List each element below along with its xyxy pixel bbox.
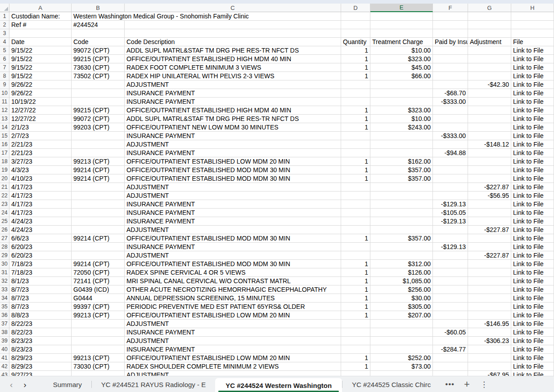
cell-E1[interactable] bbox=[370, 12, 433, 21]
cell-E11[interactable] bbox=[370, 98, 433, 106]
cell-C37[interactable]: ADJUSTMENT bbox=[125, 320, 341, 328]
cell-B16[interactable] bbox=[72, 140, 125, 149]
cell-D17[interactable] bbox=[341, 149, 370, 157]
cell-F23[interactable]: -$129.13 bbox=[433, 200, 468, 209]
cell-E15[interactable] bbox=[370, 132, 433, 140]
cell-A32[interactable]: 8/1/23 bbox=[9, 277, 72, 285]
cell-C9[interactable]: ADJUSTMENT bbox=[125, 80, 341, 89]
cell-C12[interactable]: OFFICE/OUTPATIENT ESTABLISHED HIGH MDM 4… bbox=[125, 106, 341, 115]
cell-D35[interactable]: 1 bbox=[341, 303, 370, 311]
cell-C6[interactable]: OFFICE/OUTPATIENT ESTABLISHED HIGH MDM 4… bbox=[125, 55, 341, 63]
cell-H1[interactable] bbox=[511, 12, 554, 21]
cell-F16[interactable] bbox=[433, 140, 468, 149]
sheet-nav-prev-icon[interactable]: ‹ bbox=[10, 380, 13, 389]
column-header-F[interactable]: F bbox=[433, 4, 468, 12]
cell-D15[interactable] bbox=[341, 132, 370, 140]
row-header-17[interactable]: 17 bbox=[0, 149, 9, 157]
cell-A24[interactable]: 4/17/23 bbox=[9, 209, 72, 217]
cell-F24[interactable]: -$105.05 bbox=[433, 209, 468, 217]
cell-G42[interactable] bbox=[468, 362, 511, 371]
cell-H42[interactable]: Link to File bbox=[511, 362, 554, 371]
cell-C36[interactable]: OFFICE/OUTPATIENT ESTABLISHED LOW MDM 20… bbox=[125, 311, 341, 320]
row-header-22[interactable]: 22 bbox=[0, 192, 9, 200]
cell-D10[interactable] bbox=[341, 89, 370, 98]
cell-A20[interactable]: 4/10/23 bbox=[9, 174, 72, 183]
tab-summary[interactable]: Summary bbox=[44, 376, 91, 392]
cell-G8[interactable] bbox=[468, 72, 511, 80]
cell-H40[interactable]: Link to File bbox=[511, 345, 554, 354]
cell-F7[interactable] bbox=[433, 63, 468, 72]
cell-H6[interactable]: Link to File bbox=[511, 55, 554, 63]
cell-E23[interactable] bbox=[370, 200, 433, 209]
column-header-E[interactable]: E bbox=[370, 4, 433, 12]
cell-G37[interactable]: -$146.95 bbox=[468, 320, 511, 328]
cell-G20[interactable] bbox=[468, 174, 511, 183]
cell-H2[interactable] bbox=[511, 21, 554, 29]
cell-G3[interactable] bbox=[468, 29, 511, 38]
cell-G16[interactable]: -$148.12 bbox=[468, 140, 511, 149]
row-header-18[interactable]: 18 bbox=[0, 157, 9, 166]
row-header-29[interactable]: 29 bbox=[0, 251, 9, 260]
row-header-20[interactable]: 20 bbox=[0, 174, 9, 183]
cell-A5[interactable]: 9/15/22 bbox=[9, 46, 72, 55]
cell-B12[interactable]: 99215 (CPT) bbox=[72, 106, 125, 115]
cell-H12[interactable]: Link to File bbox=[511, 106, 554, 115]
cell-C25[interactable]: INSURANCE PAYMENT bbox=[125, 217, 341, 226]
cell-E34[interactable]: $30.00 bbox=[370, 294, 433, 303]
cell-A23[interactable]: 4/17/23 bbox=[9, 200, 72, 209]
cell-A38[interactable]: 8/22/23 bbox=[9, 328, 72, 337]
cell-B28[interactable] bbox=[72, 243, 125, 251]
cell-D26[interactable] bbox=[341, 226, 370, 234]
cell-F35[interactable] bbox=[433, 303, 468, 311]
cell-A41[interactable]: 8/29/23 bbox=[9, 354, 72, 362]
cell-D36[interactable]: 1 bbox=[341, 311, 370, 320]
cell-C41[interactable]: OFFICE/OUTPATIENT ESTABLISHED LOW MDM 20… bbox=[125, 354, 341, 362]
cell-F15[interactable]: -$333.00 bbox=[433, 132, 468, 140]
cell-B43[interactable] bbox=[72, 371, 125, 376]
cell-D3[interactable] bbox=[341, 29, 370, 38]
cell-E41[interactable]: $252.00 bbox=[370, 354, 433, 362]
cell-C7[interactable]: RADEX FOOT COMPLETE MINIMUM 3 VIEWS bbox=[125, 63, 341, 72]
cell-F30[interactable] bbox=[433, 260, 468, 268]
cell-D2[interactable] bbox=[341, 21, 370, 29]
row-header-9[interactable]: 9 bbox=[0, 80, 9, 89]
cell-E17[interactable] bbox=[370, 149, 433, 157]
cell-C19[interactable]: OFFICE/OUTPATIENT ESTABLISHED MOD MDM 30… bbox=[125, 166, 341, 174]
cell-B10[interactable] bbox=[72, 89, 125, 98]
cell-H39[interactable]: Link to File bbox=[511, 337, 554, 345]
cell-H35[interactable]: Link to File bbox=[511, 303, 554, 311]
cell-E24[interactable] bbox=[370, 209, 433, 217]
cell-D25[interactable] bbox=[341, 217, 370, 226]
cell-H28[interactable]: Link to File bbox=[511, 243, 554, 251]
row-header-23[interactable]: 23 bbox=[0, 200, 9, 209]
cell-A3[interactable] bbox=[9, 29, 72, 38]
cell-E13[interactable]: $10.00 bbox=[370, 115, 433, 123]
cell-D8[interactable]: 1 bbox=[341, 72, 370, 80]
cell-E40[interactable] bbox=[370, 345, 433, 354]
cell-A37[interactable]: 8/22/23 bbox=[9, 320, 72, 328]
cell-B9[interactable] bbox=[72, 80, 125, 89]
cell-E28[interactable] bbox=[370, 243, 433, 251]
cell-H23[interactable]: Link to File bbox=[511, 200, 554, 209]
row-header-31[interactable]: 31 bbox=[0, 268, 9, 277]
cell-F5[interactable] bbox=[433, 46, 468, 55]
cell-D40[interactable] bbox=[341, 345, 370, 354]
cell-B42[interactable]: 73030 (CPT) bbox=[72, 362, 125, 371]
cell-C22[interactable]: ADJUSTMENT bbox=[125, 192, 341, 200]
cell-C20[interactable]: OFFICE/OUTPATIENT ESTABLISHED MOD MDM 30… bbox=[125, 174, 341, 183]
cell-A11[interactable]: 10/19/22 bbox=[9, 98, 72, 106]
cell-H37[interactable]: Link to File bbox=[511, 320, 554, 328]
cell-F26[interactable] bbox=[433, 226, 468, 234]
row-header-15[interactable]: 15 bbox=[0, 132, 9, 140]
cell-D43[interactable] bbox=[341, 371, 370, 376]
cell-D27[interactable]: 1 bbox=[341, 234, 370, 243]
cell-F31[interactable] bbox=[433, 268, 468, 277]
tab-yc-244525[interactable]: YC #244525 Classic Chirc bbox=[342, 376, 440, 392]
cell-E19[interactable]: $357.00 bbox=[370, 166, 433, 174]
cell-B41[interactable]: 99213 (CPT) bbox=[72, 354, 125, 362]
cell-C4[interactable]: Code Description bbox=[125, 38, 341, 46]
cell-H5[interactable]: Link to File bbox=[511, 46, 554, 55]
cell-D38[interactable] bbox=[341, 328, 370, 337]
cell-E32[interactable]: $1,085.00 bbox=[370, 277, 433, 285]
cell-H24[interactable]: Link to File bbox=[511, 209, 554, 217]
